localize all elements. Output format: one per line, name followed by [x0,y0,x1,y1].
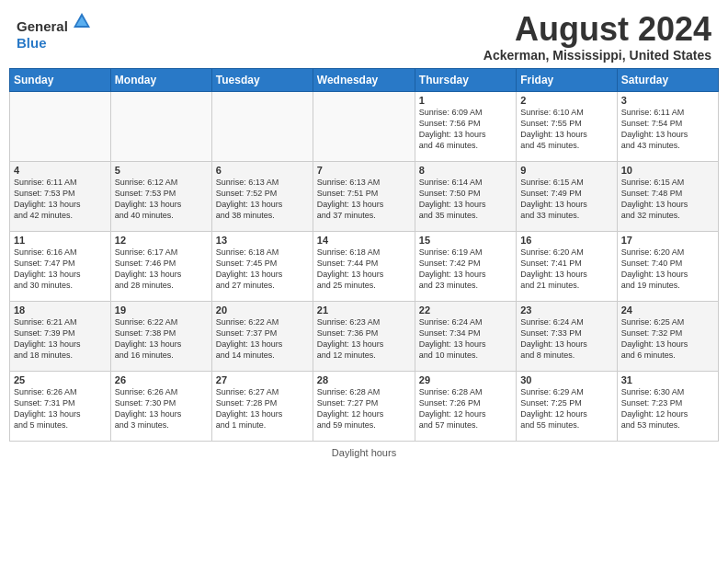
calendar-cell: 24Sunrise: 6:25 AM Sunset: 7:32 PM Dayli… [617,301,718,371]
day-number: 12 [115,235,208,246]
calendar-cell: 9Sunrise: 6:15 AM Sunset: 7:49 PM Daylig… [517,161,617,231]
day-number: 14 [317,235,411,246]
day-info: Sunrise: 6:14 AM Sunset: 7:50 PM Dayligh… [419,177,512,222]
day-info: Sunrise: 6:16 AM Sunset: 7:47 PM Dayligh… [14,247,107,292]
calendar-cell: 21Sunrise: 6:23 AM Sunset: 7:36 PM Dayli… [313,301,415,371]
calendar-cell: 8Sunrise: 6:14 AM Sunset: 7:50 PM Daylig… [415,161,516,231]
weekday-header: Sunday [10,68,111,91]
day-info: Sunrise: 6:21 AM Sunset: 7:39 PM Dayligh… [14,316,107,362]
day-info: Sunrise: 6:20 AM Sunset: 7:41 PM Dayligh… [520,247,612,292]
calendar-cell: 7Sunrise: 6:13 AM Sunset: 7:51 PM Daylig… [313,161,415,231]
logo-text: General Blue [17,11,92,52]
day-number: 7 [317,165,411,176]
day-info: Sunrise: 6:09 AM Sunset: 7:56 PM Dayligh… [419,107,512,152]
subtitle: Ackerman, Mississippi, United States [483,48,711,63]
day-number: 19 [115,304,208,316]
calendar-cell: 27Sunrise: 6:27 AM Sunset: 7:28 PM Dayli… [211,371,313,441]
day-info: Sunrise: 6:22 AM Sunset: 7:37 PM Dayligh… [216,316,309,362]
day-number: 29 [419,374,512,385]
calendar-header: SundayMondayTuesdayWednesdayThursdayFrid… [10,68,719,91]
day-info: Sunrise: 6:13 AM Sunset: 7:52 PM Dayligh… [216,177,309,222]
day-info: Sunrise: 6:15 AM Sunset: 7:49 PM Dayligh… [520,177,612,222]
day-info: Sunrise: 6:28 AM Sunset: 7:26 PM Dayligh… [419,386,512,431]
calendar-cell: 3Sunrise: 6:11 AM Sunset: 7:54 PM Daylig… [617,91,718,161]
calendar-cell: 19Sunrise: 6:22 AM Sunset: 7:38 PM Dayli… [110,301,211,371]
day-number: 21 [317,304,411,316]
day-info: Sunrise: 6:23 AM Sunset: 7:36 PM Dayligh… [317,316,411,362]
calendar-cell [10,91,111,161]
day-number: 11 [14,235,107,246]
calendar-cell: 6Sunrise: 6:13 AM Sunset: 7:52 PM Daylig… [211,161,313,231]
logo-icon [72,18,92,34]
calendar-cell: 13Sunrise: 6:18 AM Sunset: 7:45 PM Dayli… [211,231,313,301]
weekday-header: Thursday [415,68,516,91]
logo-general: General [17,18,68,34]
logo: General Blue [17,11,92,52]
calendar-cell: 31Sunrise: 6:30 AM Sunset: 7:23 PM Dayli… [617,371,718,441]
day-number: 20 [216,304,309,316]
day-number: 9 [520,165,612,176]
day-number: 6 [216,165,309,176]
day-info: Sunrise: 6:30 AM Sunset: 7:23 PM Dayligh… [621,386,714,431]
weekday-header: Monday [110,68,211,91]
weekday-header: Saturday [617,68,718,91]
calendar: SundayMondayTuesdayWednesdayThursdayFrid… [9,68,719,442]
calendar-cell [211,91,313,161]
calendar-cell: 5Sunrise: 6:12 AM Sunset: 7:53 PM Daylig… [110,161,211,231]
day-info: Sunrise: 6:10 AM Sunset: 7:55 PM Dayligh… [520,107,612,152]
day-number: 3 [621,95,714,106]
day-number: 10 [621,165,714,176]
calendar-cell: 23Sunrise: 6:24 AM Sunset: 7:33 PM Dayli… [517,301,617,371]
day-info: Sunrise: 6:12 AM Sunset: 7:53 PM Dayligh… [115,177,208,222]
header: General Blue August 2024 Ackerman, Missi… [0,0,728,68]
calendar-cell: 4Sunrise: 6:11 AM Sunset: 7:53 PM Daylig… [10,161,111,231]
calendar-cell: 18Sunrise: 6:21 AM Sunset: 7:39 PM Dayli… [10,301,111,371]
day-info: Sunrise: 6:26 AM Sunset: 7:30 PM Dayligh… [115,386,208,431]
calendar-cell: 10Sunrise: 6:15 AM Sunset: 7:48 PM Dayli… [617,161,718,231]
calendar-cell [313,91,415,161]
logo-blue: Blue [17,35,47,51]
weekday-header: Wednesday [313,68,415,91]
day-info: Sunrise: 6:13 AM Sunset: 7:51 PM Dayligh… [317,177,411,222]
day-info: Sunrise: 6:11 AM Sunset: 7:53 PM Dayligh… [14,177,107,222]
day-number: 17 [621,235,714,246]
day-number: 18 [14,304,107,316]
calendar-cell: 30Sunrise: 6:29 AM Sunset: 7:25 PM Dayli… [517,371,617,441]
day-info: Sunrise: 6:26 AM Sunset: 7:31 PM Dayligh… [14,386,107,431]
day-info: Sunrise: 6:22 AM Sunset: 7:38 PM Dayligh… [115,316,208,362]
day-info: Sunrise: 6:20 AM Sunset: 7:40 PM Dayligh… [621,247,714,292]
day-info: Sunrise: 6:28 AM Sunset: 7:27 PM Dayligh… [317,386,411,431]
day-number: 15 [419,235,512,246]
day-number: 8 [419,165,512,176]
calendar-cell: 14Sunrise: 6:18 AM Sunset: 7:44 PM Dayli… [313,231,415,301]
day-number: 5 [115,165,208,176]
calendar-cell: 16Sunrise: 6:20 AM Sunset: 7:41 PM Dayli… [517,231,617,301]
calendar-cell: 1Sunrise: 6:09 AM Sunset: 7:56 PM Daylig… [415,91,516,161]
day-info: Sunrise: 6:19 AM Sunset: 7:42 PM Dayligh… [419,247,512,292]
main-title: August 2024 [483,11,711,48]
day-number: 31 [621,374,714,385]
day-number: 4 [14,165,107,176]
calendar-cell: 11Sunrise: 6:16 AM Sunset: 7:47 PM Dayli… [10,231,111,301]
day-number: 24 [621,304,714,316]
day-info: Sunrise: 6:27 AM Sunset: 7:28 PM Dayligh… [216,386,309,431]
calendar-cell: 25Sunrise: 6:26 AM Sunset: 7:31 PM Dayli… [10,371,111,441]
day-number: 1 [419,95,512,106]
day-number: 16 [520,235,612,246]
footer: Daylight hours [0,445,728,460]
calendar-cell: 22Sunrise: 6:24 AM Sunset: 7:34 PM Dayli… [415,301,516,371]
day-info: Sunrise: 6:18 AM Sunset: 7:44 PM Dayligh… [317,247,411,292]
day-info: Sunrise: 6:29 AM Sunset: 7:25 PM Dayligh… [520,386,612,431]
calendar-cell: 26Sunrise: 6:26 AM Sunset: 7:30 PM Dayli… [110,371,211,441]
calendar-cell: 29Sunrise: 6:28 AM Sunset: 7:26 PM Dayli… [415,371,516,441]
day-number: 23 [520,304,612,316]
day-info: Sunrise: 6:17 AM Sunset: 7:46 PM Dayligh… [115,247,208,292]
calendar-cell: 2Sunrise: 6:10 AM Sunset: 7:55 PM Daylig… [517,91,617,161]
day-info: Sunrise: 6:25 AM Sunset: 7:32 PM Dayligh… [621,316,714,362]
day-number: 26 [115,374,208,385]
calendar-cell: 15Sunrise: 6:19 AM Sunset: 7:42 PM Dayli… [415,231,516,301]
footer-text: Daylight hours [332,447,396,458]
day-number: 25 [14,374,107,385]
day-number: 2 [520,95,612,106]
day-number: 30 [520,374,612,385]
